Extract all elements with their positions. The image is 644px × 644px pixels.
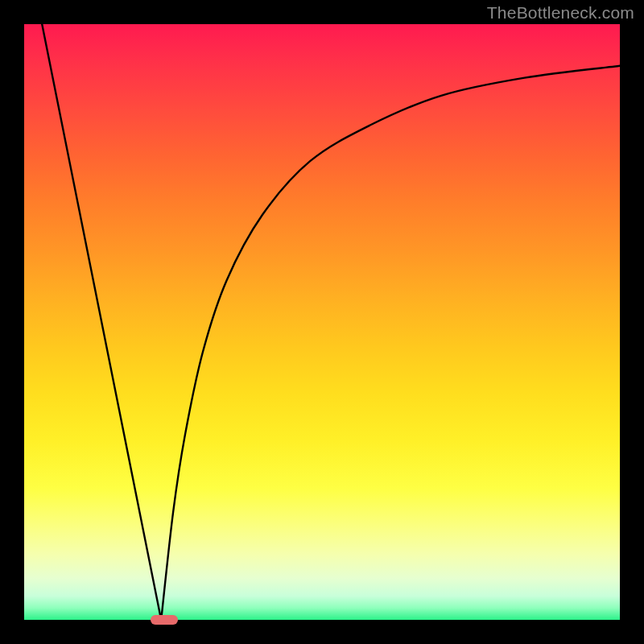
minimum-marker (151, 615, 177, 625)
chart-frame: TheBottleneck.com (0, 0, 644, 644)
bottleneck-curve (24, 24, 620, 620)
watermark-text: TheBottleneck.com (487, 3, 634, 23)
